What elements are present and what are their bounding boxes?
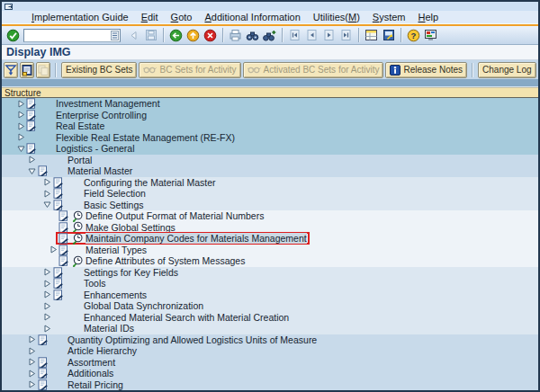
doc-icon[interactable] [53, 278, 63, 289]
tree-row[interactable]: Material Types [2, 245, 538, 256]
doc-icon[interactable] [58, 255, 68, 266]
existing-bc-sets-button[interactable]: Existing BC Sets [61, 62, 137, 78]
position-button[interactable] [4, 62, 18, 78]
customize-button[interactable] [422, 27, 439, 44]
menu-item-utilities-m[interactable]: Utilities(M) [307, 11, 366, 23]
save-button[interactable] [142, 27, 159, 44]
expander-collapsed-icon[interactable] [17, 133, 25, 141]
tree-row[interactable]: Field Selection [2, 188, 538, 200]
expander-collapsed-icon[interactable] [43, 190, 51, 198]
tree-item-label[interactable]: Quantity Optimizing and Allowed Logistic… [68, 334, 317, 345]
tree-item-label[interactable]: Assortment [68, 357, 115, 368]
tree-row[interactable]: Logistics - General [2, 143, 538, 155]
menu-item-additional-information[interactable]: Additional Information [198, 11, 306, 23]
expander-collapsed-icon[interactable] [43, 280, 51, 288]
tree-item-label[interactable]: Settings for Key Fields [84, 267, 178, 278]
menu-item-help[interactable]: Help [412, 11, 446, 23]
tree-row[interactable]: Article Hierarchy [2, 345, 538, 357]
expander-collapsed-icon[interactable] [43, 178, 51, 186]
tree-item-label[interactable]: Maintain Company Codes for Materials Man… [86, 233, 307, 244]
find-button[interactable] [244, 27, 261, 44]
doc-icon[interactable] [58, 233, 68, 244]
cmd-drop-icon[interactable] [111, 31, 119, 40]
tree-row[interactable]: Configuring the Material Master [2, 177, 538, 189]
expander-collapsed-icon[interactable] [17, 122, 25, 130]
doc-icon[interactable] [38, 165, 48, 176]
tree-row[interactable]: Real Estate [2, 120, 538, 132]
shortcut-button[interactable] [380, 27, 397, 44]
tree-item-label[interactable]: Material Types [86, 245, 147, 255]
display-doc-button[interactable] [20, 62, 34, 78]
tree-row[interactable]: Make Global Settings [2, 222, 538, 234]
cancel-button[interactable] [202, 27, 219, 44]
copy-button[interactable] [36, 62, 50, 78]
tree-row[interactable]: Enhancements [2, 290, 538, 301]
sap-window-icon[interactable] [4, 3, 14, 10]
doc-icon[interactable] [26, 143, 36, 154]
expander-expanded-icon[interactable] [17, 145, 25, 153]
expander-collapsed-icon[interactable] [28, 358, 36, 366]
tree-item-label[interactable]: Define Output Format of Material Numbers [86, 210, 264, 221]
tree-item-label[interactable]: Real Estate [56, 120, 104, 131]
last-page-button[interactable] [338, 27, 355, 44]
tree-item-label[interactable]: Article Hierarchy [68, 345, 137, 356]
back-button[interactable] [167, 27, 184, 44]
next-page-button[interactable] [320, 27, 338, 44]
expander-collapsed-icon[interactable] [50, 245, 58, 254]
tree-row[interactable]: Maintain Company Codes for Materials Man… [2, 233, 538, 245]
release-notes-button[interactable]: Release Notes [385, 62, 467, 78]
doc-icon[interactable] [38, 334, 48, 345]
menu-item-goto[interactable]: Goto [165, 11, 199, 23]
doc-icon[interactable] [53, 267, 63, 278]
doc-icon[interactable] [38, 368, 48, 379]
tree-row[interactable]: Global Data Synchronization [2, 300, 538, 312]
doc-icon[interactable] [58, 210, 68, 221]
tree-item-label[interactable]: Configuring the Material Master [84, 177, 215, 188]
menu-item-edit[interactable]: Edit [135, 11, 165, 23]
tree-item-label[interactable]: Enterprise Controlling [56, 110, 147, 120]
help-button[interactable]: ? [405, 27, 422, 44]
tree-item-label[interactable]: Investment Management [56, 98, 160, 109]
tree-item-label[interactable]: Basic Settings [84, 200, 144, 210]
prev-page-button[interactable] [303, 27, 320, 44]
tree-row[interactable]: Define Attributes of System Messages [2, 255, 538, 267]
doc-icon[interactable] [58, 245, 68, 255]
tree-item-label[interactable]: Enhanced Material Search with Material C… [84, 312, 289, 323]
tree-item-label[interactable]: Define Attributes of System Messages [86, 255, 245, 266]
menu-item-implementation-guide[interactable]: Implementation Guide [25, 11, 135, 23]
new-session-button[interactable] [363, 27, 380, 44]
tree-item-label[interactable]: Additionals [68, 368, 113, 379]
expander-collapsed-icon[interactable] [17, 100, 25, 108]
tree-row[interactable]: Tools [2, 278, 538, 290]
tree-item-label[interactable]: Field Selection [84, 188, 146, 199]
exit-button[interactable] [184, 27, 202, 44]
doc-icon[interactable] [26, 98, 36, 109]
tree-row[interactable]: Assortment [2, 357, 538, 369]
doc-icon[interactable] [26, 120, 36, 131]
tree-row[interactable]: Enhanced Material Search with Material C… [2, 312, 538, 324]
bc-sets-for-activity-button[interactable]: BC Sets for Activity [139, 62, 240, 78]
doc-icon[interactable] [53, 200, 63, 210]
expander-collapsed-icon[interactable] [28, 335, 36, 343]
prev-item-button[interactable] [125, 27, 142, 44]
activity-icon[interactable] [72, 210, 83, 222]
expander-collapsed-icon[interactable] [43, 290, 51, 298]
change-log-button[interactable]: Change Log [478, 62, 536, 78]
expander-collapsed-icon[interactable] [43, 302, 51, 310]
find-next-button[interactable] [261, 27, 278, 44]
expander-collapsed-icon[interactable] [28, 347, 36, 355]
tree-item-label[interactable]: Global Data Synchronization [84, 300, 203, 311]
doc-icon[interactable] [53, 290, 63, 300]
expander-expanded-icon[interactable] [43, 200, 51, 209]
tree-row[interactable]: Material Master [2, 165, 538, 177]
doc-icon[interactable] [38, 357, 48, 368]
print-button[interactable] [227, 27, 244, 44]
menu-item-system[interactable]: System [366, 11, 412, 23]
doc-icon[interactable] [26, 110, 36, 120]
tree-row[interactable]: Enterprise Controlling [2, 110, 538, 121]
tree-item-label[interactable]: Material IDs [84, 323, 134, 334]
tree-row[interactable]: Additionals [2, 368, 538, 379]
expander-collapsed-icon[interactable] [17, 111, 25, 119]
activity-icon[interactable] [72, 255, 83, 267]
expander-collapsed-icon[interactable] [43, 268, 51, 276]
